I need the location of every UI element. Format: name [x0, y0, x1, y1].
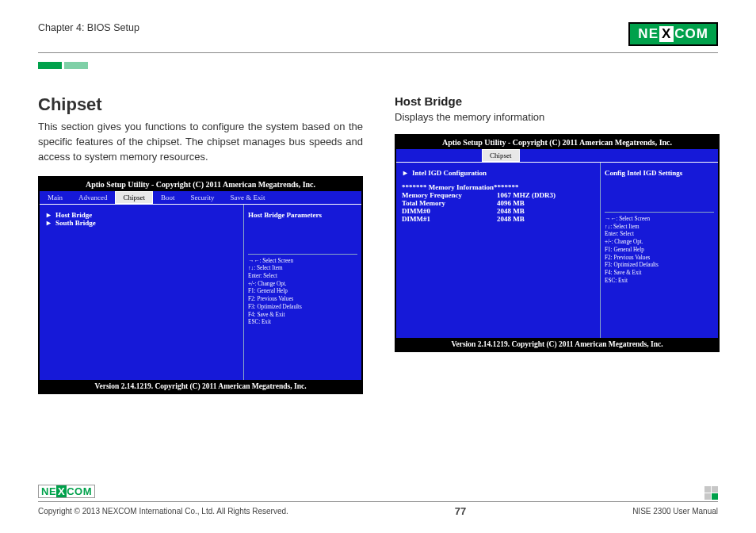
bios-footer: Version 2.14.1219. Copyright (C) 2011 Am…: [396, 338, 718, 351]
bios-left-panel: ►Host Bridge ►South Bridge: [40, 205, 244, 380]
bios-tab-chipset[interactable]: Chipset: [115, 191, 153, 204]
bios-tab-main[interactable]: Main: [40, 191, 71, 204]
manual-name: NISE 2300 User Manual: [632, 507, 718, 516]
bios-help-title: Host Bridge Parameters: [248, 211, 357, 219]
chipset-description: This section gives you functions to conf…: [38, 120, 363, 165]
section-title-chipset: Chipset: [38, 94, 363, 115]
bios-tab-security[interactable]: Security: [183, 191, 223, 204]
row-dimm1: DIMM#1 2048 MB: [402, 215, 594, 223]
bios-tab-advanced[interactable]: Advanced: [71, 191, 115, 204]
nexcom-logo: NEXCOM: [628, 22, 718, 46]
bios-left-panel: ►Intel IGD Configuration ******* Memory …: [396, 163, 601, 338]
copyright-text: Copyright © 2013 NEXCOM International Co…: [38, 507, 288, 516]
decorative-tabs: [38, 58, 718, 72]
bios-tab-save-exit[interactable]: Save & Exit: [223, 191, 273, 204]
menu-south-bridge[interactable]: ►South Bridge: [45, 219, 238, 227]
bios-help-keys: →←: Select Screen ↑↓: Select Item Enter:…: [248, 254, 357, 327]
bios-tab-bar: Chipset: [396, 149, 718, 162]
section-title-host-bridge: Host Bridge: [395, 94, 720, 108]
bios-help-keys: →←: Select Screen ↑↓: Select Item Enter:…: [605, 212, 714, 285]
bios-screenshot-host-bridge: Aptio Setup Utility - Copyright (C) 2011…: [395, 134, 720, 352]
bios-screenshot-chipset: Aptio Setup Utility - Copyright (C) 2011…: [38, 176, 363, 394]
nexcom-logo-small: NEXCOM: [38, 485, 95, 498]
bios-right-panel: Host Bridge Parameters →←: Select Screen…: [244, 205, 361, 380]
top-rule: [38, 52, 718, 53]
bios-title: Aptio Setup Utility - Copyright (C) 2011…: [396, 136, 718, 149]
host-bridge-description: Displays the memory information: [395, 111, 720, 123]
bios-tab-chipset[interactable]: Chipset: [482, 149, 520, 162]
memory-info-header: ******* Memory Information*******: [402, 183, 594, 191]
bios-tab-bar: Main Advanced Chipset Boot Security Save…: [40, 191, 361, 204]
menu-intel-igd[interactable]: ►Intel IGD Configuration: [402, 169, 594, 177]
row-dimm0: DIMM#0 2048 MB: [402, 207, 594, 215]
menu-host-bridge[interactable]: ►Host Bridge: [45, 211, 238, 219]
decorative-squares-icon: [704, 486, 718, 500]
row-total-memory: Total Memory 4096 MB: [402, 199, 594, 207]
chapter-label: Chapter 4: BIOS Setup: [38, 22, 139, 33]
bottom-rule: [38, 501, 718, 502]
bios-right-panel: Config Intel IGD Settings →←: Select Scr…: [601, 163, 718, 338]
bios-title: Aptio Setup Utility - Copyright (C) 2011…: [40, 178, 361, 191]
row-mem-frequency: Memory Frequency 1067 MHZ (DDR3): [402, 191, 594, 199]
bios-help-title: Config Intel IGD Settings: [605, 169, 714, 177]
bios-footer: Version 2.14.1219. Copyright (C) 2011 Am…: [40, 380, 361, 393]
bios-tab-boot[interactable]: Boot: [153, 191, 183, 204]
page-number: 77: [455, 505, 466, 517]
